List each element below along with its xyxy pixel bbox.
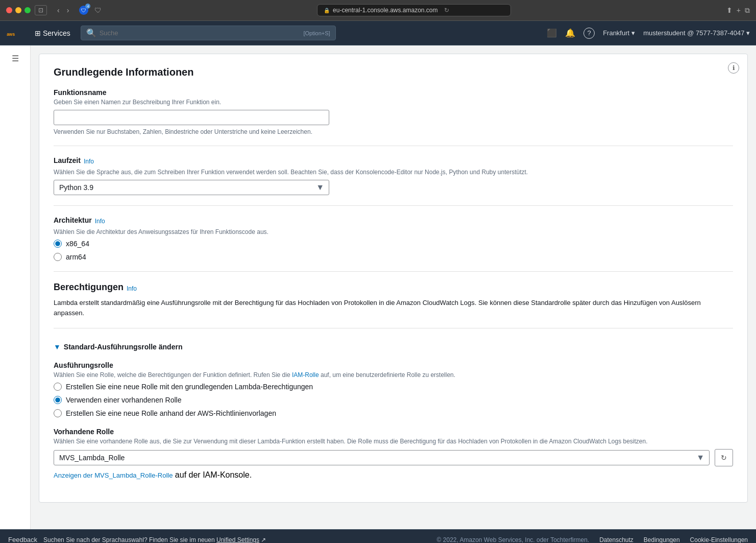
runtime-select[interactable]: Python 3.9 Python 3.8 Node.js 18.x Node.… xyxy=(54,180,329,195)
services-button[interactable]: ⊞ Services xyxy=(31,27,75,39)
exec-role-section: Ausführungsrolle Wählen Sie eine Rolle, … xyxy=(54,361,733,417)
arch-arm-label: arm64 xyxy=(66,253,86,261)
change-execution-role-label: Standard-Ausführungsrolle ändern xyxy=(64,343,183,351)
divider-2 xyxy=(54,205,733,206)
url-text: eu-central-1.console.aws.amazon.com xyxy=(333,7,437,14)
back-button[interactable]: ‹ xyxy=(55,5,62,15)
execution-role-toggle[interactable]: ▼ Standard-Ausführungsrolle ändern xyxy=(54,339,733,355)
role-option-2[interactable]: Verwenden einer vorhandenen Rolle xyxy=(54,396,733,404)
view-role-suffix: auf der IAM-Konsole. xyxy=(173,470,252,479)
datenschutz-link[interactable]: Datenschutz xyxy=(599,536,633,544)
bedingungen-link[interactable]: Bedingungen xyxy=(644,536,680,544)
architecture-info-link[interactable]: Info xyxy=(95,218,105,225)
divider-4 xyxy=(54,328,733,328)
footer-copyright: © 2022, Amazon Web Services, Inc. oder T… xyxy=(437,536,590,544)
role-option-2-radio[interactable] xyxy=(54,396,62,404)
permissions-info-link[interactable]: Info xyxy=(127,285,137,292)
refresh-roles-button[interactable]: ↻ xyxy=(715,449,733,466)
region-selector[interactable]: Frankfurt ▾ xyxy=(603,29,635,37)
search-input[interactable] xyxy=(100,29,304,37)
execution-role-radio-group: Erstellen Sie eine neue Rolle mit den gr… xyxy=(54,383,733,417)
apps-grid-icon: ⊞ xyxy=(35,29,41,37)
divider-1 xyxy=(54,146,733,146)
browser-actions: ⬆ + ⧉ xyxy=(726,6,750,15)
role-option-2-label: Verwenden einer vorhandenen Rolle xyxy=(66,396,182,404)
address-bar[interactable]: 🔒 eu-central-1.console.aws.amazon.com ↻ xyxy=(317,4,511,16)
runtime-hint: Wählen Sie die Sprache aus, die zum Schr… xyxy=(54,169,733,176)
footer-search-label: Suchen Sie nach der Sprachauswahl? Finde… xyxy=(43,536,216,544)
role-option-1[interactable]: Erstellen Sie eine neue Rolle mit den gr… xyxy=(54,383,733,391)
search-shortcut: [Option+S] xyxy=(303,30,330,36)
role-option-1-label: Erstellen Sie eine neue Rolle mit den gr… xyxy=(66,383,313,391)
help-icon[interactable]: ? xyxy=(583,28,595,39)
role-option-1-radio[interactable] xyxy=(54,383,62,391)
bitwarden-count-badge: 4 xyxy=(85,4,90,9)
main-layout: ☰ ℹ Grundlegende Informationen Funktions… xyxy=(0,45,756,529)
architecture-radio-group: x86_64 arm64 xyxy=(54,240,733,261)
cloud-shell-icon[interactable]: ⬛ xyxy=(547,28,557,38)
bell-icon[interactable]: 🔔 xyxy=(565,28,575,38)
role-option-3-radio[interactable] xyxy=(54,409,62,417)
account-chevron-icon: ▾ xyxy=(746,29,750,37)
footer-right: © 2022, Amazon Web Services, Inc. oder T… xyxy=(437,536,748,544)
function-name-note: Verwenden Sie nur Buchstaben, Zahlen, Bi… xyxy=(54,128,733,135)
runtime-label: Laufzeit xyxy=(54,156,81,164)
existing-role-hint: Wählen Sie eine vorhandene Rolle aus, di… xyxy=(54,438,733,445)
architecture-hint: Wählen Sie die Architektur des Anweisung… xyxy=(54,228,733,235)
arch-arm-radio[interactable] xyxy=(54,253,62,261)
info-icon[interactable]: ℹ xyxy=(728,62,739,74)
unified-settings-link[interactable]: Unified Settings xyxy=(216,536,259,544)
aws-logo-svg: aws xyxy=(6,27,25,39)
execution-role-content: Ausführungsrolle Wählen Sie eine Rolle, … xyxy=(54,361,733,480)
new-tab-icon[interactable]: + xyxy=(737,6,741,15)
browser-chrome: ⊡ ‹ › 🛡 4 🛡 🔒 eu-central-1.console.aws.a… xyxy=(0,0,756,21)
browser-controls: ‹ › xyxy=(55,5,71,15)
arch-x86-radio[interactable] xyxy=(54,240,62,248)
arch-x86-option[interactable]: x86_64 xyxy=(54,240,733,248)
region-chevron-icon: ▾ xyxy=(631,29,635,37)
feedback-button[interactable]: Feedback xyxy=(8,536,37,543)
share-icon[interactable]: ⬆ xyxy=(726,6,733,15)
refresh-icon[interactable]: ↻ xyxy=(444,7,449,14)
execution-role-hint-text-1: Wählen Sie eine Rolle, welche die Berech… xyxy=(54,371,292,379)
view-role-link[interactable]: Anzeigen der MVS_Lambda_Rolle-Rolle xyxy=(54,471,173,479)
navbar-right: ⬛ 🔔 ? Frankfurt ▾ musterstudent @ 7577-7… xyxy=(547,28,750,39)
execution-role-hint-text-2: auf, um eine benutzerdefinierte Rolle zu… xyxy=(319,371,456,379)
search-bar[interactable]: 🔍 [Option+S] xyxy=(81,26,336,40)
function-name-input[interactable]: musterstudent-CreateJob xyxy=(54,110,329,125)
external-link-icon: ↗ xyxy=(261,536,266,544)
iam-role-link[interactable]: IAM-Rolle xyxy=(292,371,319,379)
region-label: Frankfurt xyxy=(603,29,629,37)
split-view-icon[interactable]: ⧉ xyxy=(745,6,750,15)
account-label: musterstudent @ 7577-7387-4047 xyxy=(643,29,744,37)
forward-button[interactable]: › xyxy=(65,5,71,15)
main-card: ℹ Grundlegende Informationen Funktionsna… xyxy=(39,54,748,503)
address-bar-container: 🔒 eu-central-1.console.aws.amazon.com ↻ xyxy=(106,4,722,16)
role-option-3[interactable]: Erstellen Sie eine neue Rolle anhand der… xyxy=(54,409,733,417)
footer-left: Feedback Suchen Sie nach der Sprachauswa… xyxy=(8,536,266,543)
section-title: Grundlegende Informationen xyxy=(54,66,733,78)
architecture-section: Architektur Info Wählen Sie die Architek… xyxy=(54,216,733,261)
arch-arm-option[interactable]: arm64 xyxy=(54,253,733,261)
search-icon: 🔍 xyxy=(86,28,96,38)
svg-text:aws: aws xyxy=(7,31,15,36)
arch-x86-label: x86_64 xyxy=(66,240,89,248)
permissions-note: Lambda erstellt standardmäßig eine Ausfü… xyxy=(54,298,733,318)
function-name-label: Funktionsname xyxy=(54,88,733,97)
existing-role-select-wrapper: MVS_Lambda_Rolle ▼ xyxy=(54,450,710,465)
hamburger-menu-icon[interactable]: ☰ xyxy=(12,54,19,63)
bitwarden-icon[interactable]: 🛡 4 xyxy=(79,6,88,15)
account-menu[interactable]: musterstudent @ 7577-7387-4047 ▾ xyxy=(643,29,750,37)
close-button[interactable] xyxy=(6,7,12,13)
runtime-section: Laufzeit Info Wählen Sie die Sprache aus… xyxy=(54,156,733,195)
aws-logo[interactable]: aws xyxy=(6,27,25,39)
minimize-button[interactable] xyxy=(15,7,21,13)
cookie-link[interactable]: Cookie-Einstellungen xyxy=(690,536,748,544)
permissions-section: Berechtigungen Info Lambda erstellt stan… xyxy=(54,282,733,318)
existing-role-select[interactable]: MVS_Lambda_Rolle xyxy=(54,450,710,465)
shield-icon: 🛡 xyxy=(94,6,102,14)
runtime-info-link[interactable]: Info xyxy=(84,158,94,165)
existing-role-label: Vorhandene Rolle xyxy=(54,428,733,436)
maximize-button[interactable] xyxy=(25,7,31,13)
sidebar-toggle-button[interactable]: ⊡ xyxy=(35,5,47,15)
